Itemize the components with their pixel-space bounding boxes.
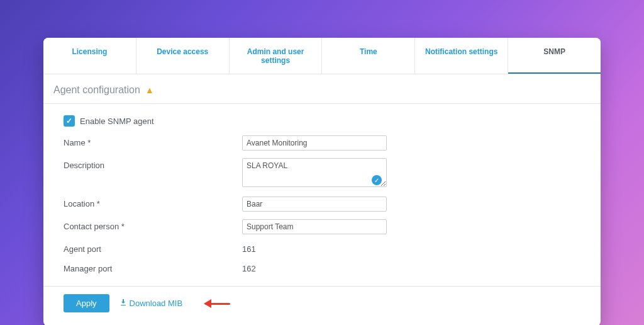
agent-port-value: 161 [242,242,256,254]
download-mib-link[interactable]: Download MIB [119,299,183,308]
description-label: Description [64,158,242,170]
location-row: Location * [64,197,580,212]
name-label: Name * [64,135,242,147]
enable-snmp-label: Enable SNMP agent [80,117,154,126]
form-panel: ✓ Enable SNMP agent Name * Description ✓… [43,103,601,287]
download-icon [119,299,127,308]
location-label: Location * [64,197,242,208]
location-input[interactable] [242,197,387,212]
check-icon: ✓ [372,175,382,185]
tab-admin-user-settings[interactable]: Admin and user settings [230,38,323,74]
tab-licensing[interactable]: Licensing [43,38,136,74]
warning-icon: ▲ [145,86,154,94]
agent-port-row: Agent port 161 [64,242,580,254]
section-title: Agent configuration [53,84,140,96]
description-textarea[interactable] [242,158,387,187]
contact-row: Contact person * [64,219,580,234]
enable-snmp-checkbox[interactable]: ✓ [64,115,75,127]
annotation-arrow [205,300,236,307]
tab-notification-settings[interactable]: Notification settings [415,38,508,74]
contact-label: Contact person * [64,219,242,231]
footer: Apply Download MIB [43,287,601,325]
settings-card: Licensing Device access Admin and user s… [43,38,601,325]
name-input[interactable] [242,135,387,151]
download-mib-label: Download MIB [130,299,183,308]
manager-port-value: 162 [242,261,256,273]
tabs-bar: Licensing Device access Admin and user s… [43,38,601,74]
tab-snmp[interactable]: SNMP [508,38,601,74]
manager-port-label: Manager port [64,261,242,273]
enable-snmp-row: ✓ Enable SNMP agent [64,115,580,127]
tab-time[interactable]: Time [322,38,415,74]
tab-device-access[interactable]: Device access [136,38,230,74]
contact-input[interactable] [242,219,387,234]
description-row: Description ✓ [64,158,580,189]
agent-port-label: Agent port [64,242,242,254]
name-row: Name * [64,135,580,151]
section-header: Agent configuration ▲ [43,74,601,103]
manager-port-row: Manager port 162 [64,261,580,273]
apply-button[interactable]: Apply [64,294,109,312]
